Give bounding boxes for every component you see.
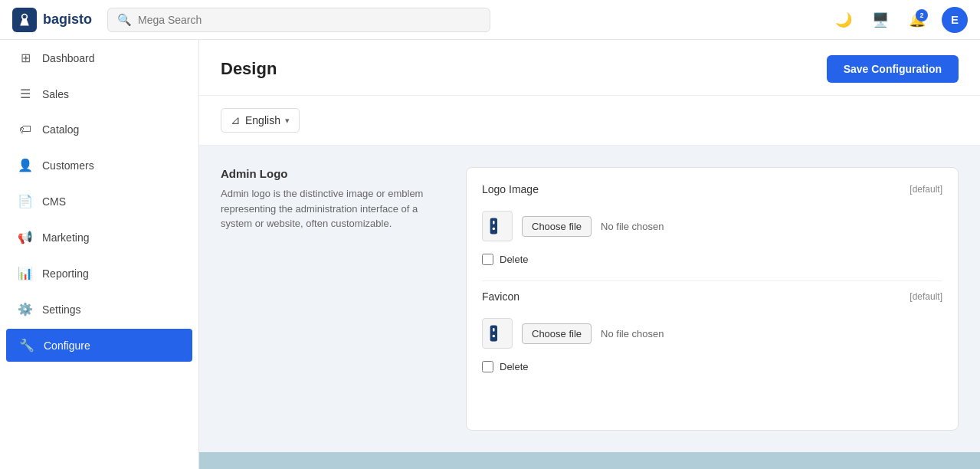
sidebar-item-label: Catalog — [42, 123, 79, 136]
svg-rect-1 — [493, 221, 494, 225]
logo-file-input-row: Choose file No file chosen — [482, 205, 942, 248]
sidebar-item-label: Sales — [42, 88, 69, 100]
notification-icon[interactable]: 🔔 2 — [905, 8, 929, 32]
upload-card: Logo Image [default] Choo — [466, 167, 959, 431]
sidebar-item-label: Configure — [44, 339, 90, 352]
favicon-delete-checkbox[interactable] — [482, 361, 493, 372]
language-row: ⊿ English ▾ — [199, 96, 980, 146]
sidebar-item-dashboard[interactable]: ⊞ Dashboard — [0, 40, 198, 76]
moon-icon[interactable]: 🌙 — [831, 8, 856, 32]
sidebar-item-marketing[interactable]: 📢 Marketing — [0, 219, 198, 255]
logo-default-badge: [default] — [910, 184, 942, 195]
svg-rect-3 — [490, 326, 497, 342]
favicon-delete-label: Delete — [500, 361, 529, 372]
sidebar-item-label: Customers — [42, 159, 94, 172]
marketing-icon: 📢 — [18, 230, 33, 244]
design-header: Design Save Configuration — [199, 40, 980, 96]
configure-icon: 🔧 — [19, 338, 34, 353]
language-selector[interactable]: ⊿ English ▾ — [221, 108, 300, 133]
bottom-background — [199, 452, 980, 469]
main-content: Design Save Configuration ⊿ English ▾ Ad… — [199, 40, 980, 469]
logo-text: bagisto — [43, 11, 92, 28]
notification-badge: 2 — [916, 9, 928, 21]
logo-delete-label: Delete — [500, 254, 529, 265]
favicon-delete-row: Delete — [482, 361, 942, 372]
sidebar-item-cms[interactable]: 📄 CMS — [0, 183, 198, 219]
favicon-file-input-row: Choose file No file chosen — [482, 312, 942, 355]
sidebar-item-label: CMS — [42, 195, 66, 208]
admin-logo-title: Admin Logo — [221, 167, 435, 180]
body-wrap: ⊞ Dashboard ☰ Sales 🏷 Catalog 👤 Customer… — [0, 40, 980, 469]
customers-icon: 👤 — [18, 158, 33, 172]
save-configuration-button[interactable]: Save Configuration — [827, 55, 959, 83]
logo-icon — [12, 8, 37, 32]
sidebar-item-customers[interactable]: 👤 Customers — [0, 147, 198, 183]
svg-rect-4 — [493, 328, 494, 332]
logo-choose-file-button[interactable]: Choose file — [522, 216, 592, 237]
sidebar-item-label: Settings — [42, 303, 81, 316]
search-icon: 🔍 — [117, 13, 132, 27]
content-area: Admin Logo Admin logo is the distinctive… — [199, 146, 980, 452]
logo-image-section: Logo Image [default] Choo — [482, 183, 942, 265]
favicon-label: Favicon — [482, 290, 519, 303]
nav-right: 🌙 🖥️ 🔔 2 E — [831, 7, 968, 33]
logo-preview — [482, 211, 513, 241]
logo-link[interactable]: bagisto — [12, 8, 92, 32]
sidebar-item-label: Marketing — [42, 231, 89, 244]
sidebar: ⊞ Dashboard ☰ Sales 🏷 Catalog 👤 Customer… — [0, 40, 199, 469]
sidebar-item-sales[interactable]: ☰ Sales — [0, 76, 198, 112]
divider — [482, 280, 942, 281]
chevron-down-icon: ▾ — [285, 116, 290, 126]
avatar[interactable]: E — [942, 7, 968, 33]
sidebar-item-reporting[interactable]: 📊 Reporting — [0, 255, 198, 291]
reporting-icon: 📊 — [18, 266, 33, 280]
top-navigation: bagisto 🔍 🌙 🖥️ 🔔 2 E — [0, 0, 980, 40]
search-input[interactable] — [138, 14, 480, 26]
favicon-preview — [482, 318, 513, 349]
logo-image-label: Logo Image — [482, 183, 539, 195]
favicon-no-file-text: No file chosen — [601, 328, 664, 339]
logo-label-row: Logo Image [default] — [482, 183, 942, 195]
favicon-choose-file-button[interactable]: Choose file — [522, 323, 592, 344]
sidebar-item-settings[interactable]: ⚙️ Settings — [0, 291, 198, 327]
sidebar-item-label: Dashboard — [42, 52, 95, 64]
logo-delete-checkbox[interactable] — [482, 254, 493, 265]
cms-icon: 📄 — [18, 194, 33, 208]
favicon-section: Favicon [default] Choose — [482, 290, 942, 372]
favicon-label-row: Favicon [default] — [482, 290, 942, 303]
sidebar-item-catalog[interactable]: 🏷 Catalog — [0, 112, 198, 147]
screen-icon[interactable]: 🖥️ — [868, 8, 893, 32]
admin-logo-description: Admin Logo Admin logo is the distinctive… — [221, 167, 466, 431]
dashboard-icon: ⊞ — [18, 51, 33, 65]
svg-point-5 — [493, 335, 496, 338]
svg-rect-0 — [490, 218, 497, 235]
favicon-default-badge: [default] — [910, 291, 942, 302]
sales-icon: ☰ — [18, 87, 33, 101]
logo-delete-row: Delete — [482, 254, 942, 265]
sidebar-item-label: Reporting — [42, 267, 89, 280]
admin-logo-text: Admin logo is the distinctive image or e… — [221, 186, 435, 231]
logo-no-file-text: No file chosen — [601, 221, 664, 232]
language-label: English — [245, 114, 280, 126]
catalog-icon: 🏷 — [18, 123, 33, 136]
page-title: Design — [221, 59, 277, 79]
search-bar[interactable]: 🔍 — [107, 8, 490, 32]
svg-point-2 — [493, 228, 496, 231]
sidebar-item-configure[interactable]: 🔧 Configure — [6, 329, 192, 362]
settings-icon: ⚙️ — [18, 302, 33, 316]
translate-icon: ⊿ — [231, 113, 241, 127]
